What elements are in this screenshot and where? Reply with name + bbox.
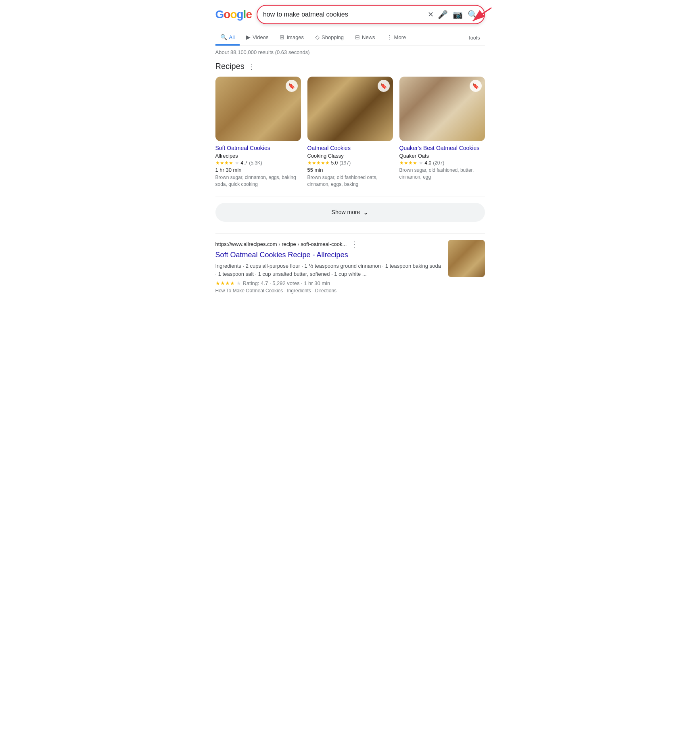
show-more-label: Show more bbox=[332, 209, 360, 215]
tab-all-label: All bbox=[229, 34, 235, 40]
tab-shopping-label: Shopping bbox=[322, 34, 344, 40]
lens-icon: 📷 bbox=[453, 10, 463, 19]
tab-images-label: Images bbox=[286, 34, 304, 40]
result-thumbnail bbox=[448, 240, 485, 277]
star-half-1: ★ bbox=[235, 160, 239, 166]
images-icon: ⊞ bbox=[280, 34, 284, 40]
clear-icon[interactable]: ✕ bbox=[428, 10, 434, 19]
recipe-card-1[interactable]: 🔖 Soft Oatmeal Cookies Allrecipes ★★★★★ … bbox=[215, 77, 301, 188]
recipes-title: Recipes bbox=[215, 62, 244, 71]
result-url-row: https://www.allrecipes.com › recipe › so… bbox=[215, 240, 441, 249]
result-breadcrumbs: How To Make Oatmeal Cookies · Ingredient… bbox=[215, 288, 441, 294]
tab-videos[interactable]: ▶ Videos bbox=[241, 30, 274, 46]
rating-count-1: (5.3K) bbox=[249, 160, 262, 166]
all-icon: 🔍 bbox=[220, 34, 227, 40]
stars-2: ★★★★★ bbox=[307, 160, 330, 166]
header: Google ✕ 🎤 📷 🔍 bbox=[215, 5, 485, 24]
recipe-source-1: Allrecipes bbox=[215, 153, 301, 159]
tab-more[interactable]: ⋮ More bbox=[382, 30, 411, 46]
result-snippet: Ingredients · 2 cups all-purpose flour ·… bbox=[215, 262, 441, 278]
search-submit-button[interactable]: 🔍 bbox=[467, 9, 479, 20]
recipe-rating-2: ★★★★★ 5.0 (197) bbox=[307, 160, 393, 166]
rating-value-1: 4.7 bbox=[241, 160, 248, 166]
news-icon: ⊟ bbox=[355, 34, 360, 40]
search-bar-wrapper: ✕ 🎤 📷 🔍 bbox=[257, 5, 485, 24]
rating-count-3: (207) bbox=[433, 160, 444, 166]
show-more-divider bbox=[215, 196, 485, 196]
rating-value-2: 5.0 bbox=[331, 160, 338, 166]
rating-value-3: 4.0 bbox=[425, 160, 432, 166]
result-menu-button[interactable]: ⋮ bbox=[351, 240, 358, 249]
search-bar: ✕ 🎤 📷 🔍 bbox=[257, 5, 485, 24]
recipe-image-3: 🔖 bbox=[399, 77, 485, 141]
star-empty-3: ★ bbox=[419, 160, 423, 166]
mic-button[interactable]: 🎤 bbox=[437, 9, 449, 20]
bookmark-button-3[interactable]: 🔖 bbox=[470, 80, 482, 92]
recipe-card-2[interactable]: 🔖 Oatmeal Cookies Cooking Classy ★★★★★ 5… bbox=[307, 77, 393, 188]
tab-news[interactable]: ⊟ News bbox=[350, 30, 380, 46]
chevron-down-icon: ⌄ bbox=[363, 208, 368, 216]
recipe-image-1: 🔖 bbox=[215, 77, 301, 141]
search-input[interactable] bbox=[263, 11, 424, 18]
rating-count-2: (197) bbox=[339, 160, 351, 166]
tab-shopping[interactable]: ◇ Shopping bbox=[310, 30, 349, 46]
google-logo: Google bbox=[215, 8, 252, 21]
mic-icon: 🎤 bbox=[438, 10, 448, 19]
recipe-rating-1: ★★★★★ 4.7 (5.3K) bbox=[215, 160, 301, 166]
recipe-cards: 🔖 Soft Oatmeal Cookies Allrecipes ★★★★★ … bbox=[215, 77, 485, 188]
tab-all[interactable]: 🔍 All bbox=[215, 30, 240, 46]
tools-button[interactable]: Tools bbox=[463, 31, 485, 45]
more-icon: ⋮ bbox=[387, 34, 392, 40]
results-count: About 88,100,000 results (0.63 seconds) bbox=[215, 49, 485, 55]
nav-tabs: 🔍 All ▶ Videos ⊞ Images ◇ Shopping ⊟ New… bbox=[215, 30, 485, 46]
result-title[interactable]: Soft Oatmeal Cookies Recipe - Allrecipes bbox=[215, 250, 441, 260]
recipe-ingredients-2: Brown sugar, old fashioned oats, cinnamo… bbox=[307, 174, 393, 188]
tab-news-label: News bbox=[362, 34, 375, 40]
recipe-ingredients-1: Brown sugar, cinnamon, eggs, baking soda… bbox=[215, 174, 301, 188]
result-divider bbox=[215, 233, 485, 233]
recipe-source-3: Quaker Oats bbox=[399, 153, 485, 159]
recipe-image-2: 🔖 bbox=[307, 77, 393, 141]
recipe-card-3[interactable]: 🔖 Quaker's Best Oatmeal Cookies Quaker O… bbox=[399, 77, 485, 188]
result-stars: ★★★★ bbox=[215, 280, 235, 286]
stars-1: ★★★★ bbox=[215, 160, 233, 166]
tab-images[interactable]: ⊞ Images bbox=[275, 30, 309, 46]
recipe-rating-3: ★★★★★ 4.0 (207) bbox=[399, 160, 485, 166]
recipes-section-header: Recipes ⋮ bbox=[215, 62, 485, 71]
bookmark-button-2[interactable]: 🔖 bbox=[378, 80, 390, 92]
recipes-more-icon[interactable]: ⋮ bbox=[248, 62, 255, 71]
result-main: https://www.allrecipes.com › recipe › so… bbox=[215, 240, 441, 294]
recipe-title-3[interactable]: Quaker's Best Oatmeal Cookies bbox=[399, 144, 485, 152]
recipe-time-1: 1 hr 30 min bbox=[215, 167, 301, 173]
show-more-button[interactable]: Show more ⌄ bbox=[215, 203, 485, 222]
result-meta: ★★★★★ Rating: 4.7 · 5,292 votes · 1 hr 3… bbox=[215, 280, 441, 286]
shopping-icon: ◇ bbox=[315, 34, 320, 40]
recipe-ingredients-3: Brown sugar, old fashioned, butter, cinn… bbox=[399, 167, 485, 181]
lens-button[interactable]: 📷 bbox=[452, 9, 464, 20]
stars-3: ★★★★ bbox=[399, 160, 417, 166]
result-url: https://www.allrecipes.com › recipe › so… bbox=[215, 241, 347, 247]
tab-more-label: More bbox=[394, 34, 406, 40]
tab-videos-label: Videos bbox=[253, 34, 269, 40]
videos-icon: ▶ bbox=[246, 34, 251, 40]
top-search-result: https://www.allrecipes.com › recipe › so… bbox=[215, 240, 485, 294]
bookmark-button-1[interactable]: 🔖 bbox=[286, 80, 298, 92]
recipe-source-2: Cooking Classy bbox=[307, 153, 393, 159]
search-submit-icon: 🔍 bbox=[468, 10, 478, 19]
result-rating-label: Rating: 4.7 · 5,292 votes · 1 hr 30 min bbox=[243, 280, 330, 286]
recipe-time-2: 55 min bbox=[307, 167, 393, 173]
recipe-title-1[interactable]: Soft Oatmeal Cookies bbox=[215, 144, 301, 152]
recipe-title-2[interactable]: Oatmeal Cookies bbox=[307, 144, 393, 152]
